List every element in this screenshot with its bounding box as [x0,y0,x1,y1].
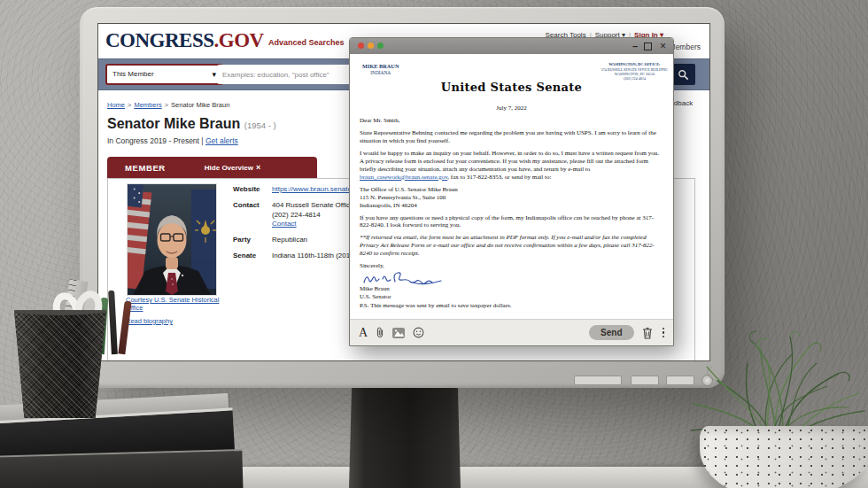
letter-body[interactable]: MIKE BRAUN INDIANA WASHINGTON, DC OFFICE… [350,54,673,320]
letterhead-office: WASHINGTON, DC OFFICE: 374 RUSSELL SENAT… [601,62,668,81]
read-biography-link[interactable]: Read biography [126,317,173,325]
office-address-block: The Office of U.S. Senator Mike Braun 11… [360,186,663,210]
send-button[interactable]: Send [589,325,633,340]
formatting-options-icon[interactable]: A [359,327,368,339]
attach-file-icon[interactable] [376,327,384,338]
detail-label: Contact [233,201,272,229]
search-scope-select[interactable]: This Member ▾ [105,64,223,85]
breadcrumb-home[interactable]: Home [107,101,125,109]
sender-name: MIKE BRAUN [362,63,399,70]
paragraph-4: If you have any questions or need a phys… [360,214,663,230]
breadcrumb-separator: > [165,101,168,109]
signed-name: Mike Braun [360,285,663,293]
letterhead-org: United States Senate [350,81,673,94]
logo-congress: CONGRESS [105,29,214,51]
scene: CONGRESS.GOV Advanced Searches Search To… [0,0,868,488]
tab-member-label: MEMBER [125,163,166,173]
traffic-light-zoom[interactable] [377,43,384,49]
signed-title: U.S. Senator [360,293,663,301]
get-alerts-link[interactable]: Get alerts [205,136,238,145]
signature-script [361,271,446,285]
postscript: P.S. This message was sent by email to s… [360,302,663,310]
chevron-down-icon: ▾ [212,66,216,83]
plant-pot [700,426,868,488]
letterhead-sender: MIKE BRAUN INDIANA [362,63,399,76]
window-close-button[interactable]: × [660,40,666,52]
compose-toolbar: A Send [350,319,673,345]
more-options-icon[interactable] [663,328,665,338]
search-button[interactable] [670,64,695,85]
insert-image-icon[interactable] [392,328,405,338]
search-scope-value: This Member [112,70,154,78]
breadcrumb-current: Senator Mike Braun [171,101,229,109]
party-value: Republican [272,236,307,245]
book-stack [0,449,244,488]
sender-state: INDIANA [362,70,399,76]
paragraph-2: I would be happy to make an inquiry on y… [360,150,663,182]
close-icon: × [256,163,260,172]
breadcrumb-members[interactable]: Members [134,101,161,109]
casework-email-link[interactable]: braun_casework@braun.senate.gov [360,174,447,181]
page-title: Senator Mike Braun (1954 - ) [107,116,276,132]
detail-label: Senate [233,252,272,261]
member-years: (1954 - ) [244,120,276,130]
letter-text: Dear Mr. Smith, State Representative Beh… [360,117,663,310]
window-minimize-button[interactable]: – [632,40,638,52]
monitor-stand [349,386,461,488]
member-portrait [128,184,216,295]
compose-letter-window: – × MIKE BRAUN INDIANA WASHINGTON, DC OF… [349,37,674,346]
advanced-searches-link[interactable]: Advanced Searches [268,38,345,47]
tab-member[interactable]: MEMBER Hide Overview× [107,157,317,178]
traffic-light-minimize[interactable] [368,43,374,49]
letter-date: July 7, 2022 [350,105,673,112]
pen-cup [14,308,106,418]
contact-link[interactable]: Contact [272,220,297,228]
photo-credit-link[interactable]: Courtesy U.S. Senate Historical Office [126,296,219,312]
breadcrumb: Home>Members>Senator Mike Braun [107,101,229,109]
salutation: Dear Mr. Smith, [360,117,663,125]
detail-label: Website [233,185,272,195]
trash-icon[interactable] [642,327,653,339]
monitor-button [631,376,659,385]
traffic-light-close[interactable] [358,43,364,49]
monitor-screen: CONGRESS.GOV Advanced Searches Search To… [97,23,710,361]
detail-label: Party [233,236,272,245]
paragraph-1: State Representative Behning contacted m… [360,129,663,145]
paragraph-5-disclaimer: **If returned via email, the form must b… [360,234,663,258]
member-subtitle: In Congress 2019 - Present | Get alerts [107,136,238,145]
window-titlebar[interactable]: – × [350,38,673,54]
hide-overview-button[interactable]: Hide Overview× [205,163,260,172]
window-maximize-button[interactable] [644,43,652,50]
congress-gov-logo[interactable]: CONGRESS.GOV [105,29,264,52]
insert-emoji-icon[interactable] [413,327,424,338]
search-icon [678,69,689,81]
monitor-menu-button [574,376,622,385]
breadcrumb-separator: > [128,101,131,109]
closing: Sincerely, [360,262,663,270]
logo-gov: .GOV [214,29,264,51]
